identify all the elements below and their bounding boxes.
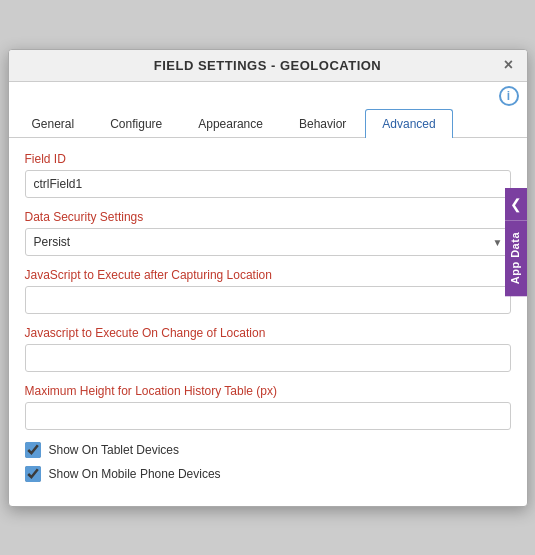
info-icon-row: i (9, 82, 527, 108)
js-on-change-input[interactable] (25, 344, 511, 372)
show-tablet-checkbox[interactable] (25, 442, 41, 458)
field-id-group: Field ID (25, 152, 511, 198)
show-mobile-label[interactable]: Show On Mobile Phone Devices (49, 467, 221, 481)
field-settings-dialog: FIELD SETTINGS - GEOLOCATION × i General… (8, 49, 528, 507)
field-id-input[interactable] (25, 170, 511, 198)
tab-general[interactable]: General (15, 109, 92, 138)
max-height-label: Maximum Height for Location History Tabl… (25, 384, 511, 398)
js-on-change-label: Javascript to Execute On Change of Locat… (25, 326, 511, 340)
max-height-group: Maximum Height for Location History Tabl… (25, 384, 511, 430)
tab-appearance[interactable]: Appearance (181, 109, 280, 138)
data-security-label: Data Security Settings (25, 210, 511, 224)
data-security-select[interactable]: Persist Clear on Session End Never Store (25, 228, 511, 256)
max-height-input[interactable] (25, 402, 511, 430)
data-security-group: Data Security Settings Persist Clear on … (25, 210, 511, 256)
tab-behavior[interactable]: Behavior (282, 109, 363, 138)
title-bar: FIELD SETTINGS - GEOLOCATION × (9, 50, 527, 82)
app-data-button[interactable]: App Data (505, 220, 527, 296)
js-after-capture-group: JavaScript to Execute after Capturing Lo… (25, 268, 511, 314)
show-mobile-checkbox[interactable] (25, 466, 41, 482)
tabs-bar: General Configure Appearance Behavior Ad… (9, 108, 527, 138)
tab-configure[interactable]: Configure (93, 109, 179, 138)
app-data-panel: ❮ App Data (505, 188, 527, 296)
dialog-title: FIELD SETTINGS - GEOLOCATION (154, 58, 382, 73)
data-security-select-wrapper: Persist Clear on Session End Never Store (25, 228, 511, 256)
show-tablet-row: Show On Tablet Devices (25, 442, 511, 458)
chevron-left-icon: ❮ (510, 196, 522, 212)
info-icon[interactable]: i (499, 86, 519, 106)
show-tablet-label[interactable]: Show On Tablet Devices (49, 443, 180, 457)
js-after-capture-label: JavaScript to Execute after Capturing Lo… (25, 268, 511, 282)
tab-advanced[interactable]: Advanced (365, 109, 452, 138)
show-mobile-row: Show On Mobile Phone Devices (25, 466, 511, 482)
js-on-change-group: Javascript to Execute On Change of Locat… (25, 326, 511, 372)
field-id-label: Field ID (25, 152, 511, 166)
content-area: Field ID Data Security Settings Persist … (9, 138, 527, 506)
close-button[interactable]: × (499, 55, 519, 75)
app-data-chevron-button[interactable]: ❮ (505, 188, 527, 220)
js-after-capture-input[interactable] (25, 286, 511, 314)
